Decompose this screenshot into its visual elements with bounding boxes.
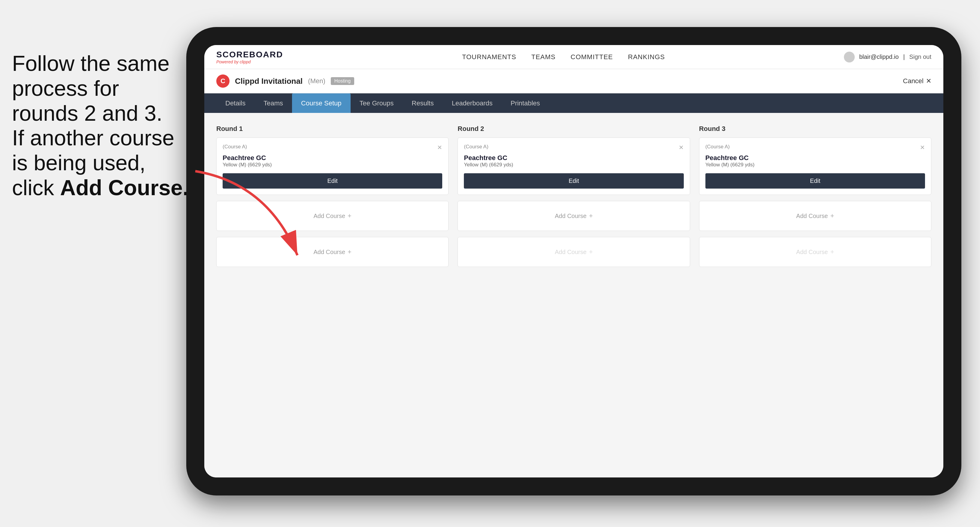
round-2-add-plus-2: + xyxy=(589,248,593,256)
round-3-remove-icon[interactable]: ✕ xyxy=(920,144,925,151)
sub-header: C Clippd Invitational (Men) Hosting Canc… xyxy=(204,69,943,94)
round-3-add-course-2: Add Course + xyxy=(699,237,931,267)
round-1-add-plus-1: + xyxy=(348,212,352,220)
round-3-edit-button[interactable]: Edit xyxy=(705,173,925,189)
event-name: Clippd Invitational xyxy=(235,76,302,86)
round-2-add-course-1-text: Add Course + xyxy=(555,212,593,220)
round-3-course-card: (Course A) ✕ Peachtree GC Yellow (M) (66… xyxy=(699,138,931,195)
user-nav: blair@clippd.io | Sign out xyxy=(844,52,931,62)
round-2-course-label: (Course A) xyxy=(464,144,488,150)
round-1-label: Round 1 xyxy=(216,125,449,133)
tablet-device: SCOREBOARD Powered by clippd TOURNAMENTS… xyxy=(186,27,961,495)
main-nav-group[interactable]: TOURNAMENTS TEAMS COMMITTEE RANKINGS xyxy=(462,53,665,61)
round-3-course-header: (Course A) ✕ xyxy=(705,144,925,151)
round-1-add-course-2-text: Add Course + xyxy=(313,248,351,256)
round-2-add-course-1[interactable]: Add Course + xyxy=(458,201,690,231)
tab-details[interactable]: Details xyxy=(216,94,255,113)
round-1-course-name: Peachtree GC xyxy=(223,154,442,162)
brand-tagline: Powered by clippd xyxy=(216,59,283,64)
pipe-separator: | xyxy=(903,54,905,60)
instruction-text: Follow the same process for rounds 2 and… xyxy=(12,51,189,200)
nav-teams[interactable]: TEAMS xyxy=(531,53,555,61)
brand-logo-group: SCOREBOARD Powered by clippd xyxy=(216,50,283,64)
nav-rankings[interactable]: RANKINGS xyxy=(628,53,665,61)
round-2-remove-icon[interactable]: ✕ xyxy=(679,144,684,151)
round-3-course-details: Yellow (M) (6629 yds) xyxy=(705,162,925,168)
tab-bar: Details Teams Course Setup Tee Groups Re… xyxy=(204,94,943,113)
clippd-icon: C xyxy=(216,75,229,88)
top-navigation: SCOREBOARD Powered by clippd TOURNAMENTS… xyxy=(204,45,943,69)
round-1-course-card: (Course A) ✕ Peachtree GC Yellow (M) (66… xyxy=(216,138,449,195)
round-3-label: Round 3 xyxy=(699,125,931,133)
brand-logo: SCOREBOARD xyxy=(216,50,283,59)
round-3-column: Round 3 (Course A) ✕ Peachtree GC Yellow… xyxy=(699,125,931,273)
tab-course-setup[interactable]: Course Setup xyxy=(292,94,351,113)
round-2-column: Round 2 (Course A) ✕ Peachtree GC Yellow… xyxy=(458,125,690,273)
tab-tee-groups[interactable]: Tee Groups xyxy=(351,94,403,113)
round-1-course-header: (Course A) ✕ xyxy=(223,144,442,151)
round-1-edit-button[interactable]: Edit xyxy=(223,173,442,189)
tab-results[interactable]: Results xyxy=(402,94,442,113)
round-2-course-card: (Course A) ✕ Peachtree GC Yellow (M) (66… xyxy=(458,138,690,195)
round-1-add-course-1[interactable]: Add Course + xyxy=(216,201,449,231)
round-2-add-course-2-text: Add Course + xyxy=(555,248,593,256)
user-email: blair@clippd.io xyxy=(859,54,899,60)
round-3-add-course-1[interactable]: Add Course + xyxy=(699,201,931,231)
round-1-course-label: (Course A) xyxy=(223,144,247,150)
round-1-add-plus-2: + xyxy=(348,248,352,256)
round-3-add-course-2-text: Add Course + xyxy=(796,248,834,256)
event-title-group: C Clippd Invitational (Men) Hosting xyxy=(216,75,354,88)
tab-teams[interactable]: Teams xyxy=(255,94,292,113)
round-2-course-header: (Course A) ✕ xyxy=(464,144,684,151)
tab-leaderboards[interactable]: Leaderboards xyxy=(443,94,502,113)
round-1-remove-icon[interactable]: ✕ xyxy=(437,144,442,151)
tablet-screen: SCOREBOARD Powered by clippd TOURNAMENTS… xyxy=(204,45,943,478)
round-2-add-course-2: Add Course + xyxy=(458,237,690,267)
rounds-grid: Round 1 (Course A) ✕ Peachtree GC Yellow… xyxy=(216,125,931,273)
nav-committee[interactable]: COMMITTEE xyxy=(571,53,613,61)
round-1-add-course-1-text: Add Course + xyxy=(313,212,351,220)
close-icon: ✕ xyxy=(926,77,931,85)
round-2-course-name: Peachtree GC xyxy=(464,154,684,162)
main-content: Round 1 (Course A) ✕ Peachtree GC Yellow… xyxy=(204,113,943,478)
round-3-add-plus-1: + xyxy=(830,212,834,220)
instruction-bold: Add Course. xyxy=(60,176,189,200)
round-2-add-plus-1: + xyxy=(589,212,593,220)
sign-out-link[interactable]: Sign out xyxy=(909,54,931,60)
instruction-panel: Follow the same process for rounds 2 and… xyxy=(0,45,204,206)
event-badge: Hosting xyxy=(331,77,354,85)
round-2-label: Round 2 xyxy=(458,125,690,133)
round-2-edit-button[interactable]: Edit xyxy=(464,173,684,189)
round-3-add-plus-2: + xyxy=(830,248,834,256)
round-1-add-course-2[interactable]: Add Course + xyxy=(216,237,449,267)
round-2-course-details: Yellow (M) (6629 yds) xyxy=(464,162,684,168)
tab-printables[interactable]: Printables xyxy=(501,94,549,113)
cancel-button[interactable]: Cancel ✕ xyxy=(903,77,931,85)
event-sub: (Men) xyxy=(308,77,325,85)
avatar xyxy=(844,52,855,62)
cancel-label: Cancel xyxy=(903,77,924,85)
round-1-course-details: Yellow (M) (6629 yds) xyxy=(223,162,442,168)
round-1-column: Round 1 (Course A) ✕ Peachtree GC Yellow… xyxy=(216,125,449,273)
nav-tournaments[interactable]: TOURNAMENTS xyxy=(462,53,516,61)
round-3-course-name: Peachtree GC xyxy=(705,154,925,162)
round-3-course-label: (Course A) xyxy=(705,144,730,150)
round-3-add-course-1-text: Add Course + xyxy=(796,212,834,220)
